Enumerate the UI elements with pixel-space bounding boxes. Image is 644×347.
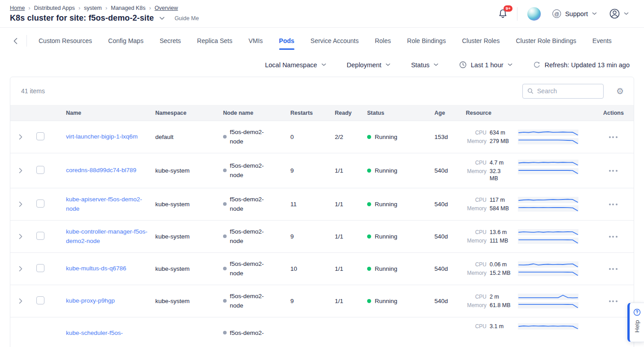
expand-row-button[interactable] bbox=[18, 232, 24, 241]
memory-label: Memory bbox=[466, 138, 486, 145]
expand-row-button[interactable] bbox=[18, 200, 24, 208]
resource-sparkline bbox=[518, 130, 578, 136]
header-right: 9+ @ Support bbox=[498, 7, 629, 21]
tabs-scroll-left-button[interactable] bbox=[11, 36, 20, 46]
status-text: Running bbox=[375, 134, 397, 140]
tab-cluster-role-bindings[interactable]: Cluster Role Bindings bbox=[516, 34, 576, 48]
resource-sparkline bbox=[518, 160, 578, 166]
namespace-filter-dropdown[interactable]: Local Namespace bbox=[265, 61, 326, 69]
pod-name-link[interactable]: virt-launcher-bigip-1-lxq6m bbox=[66, 133, 138, 140]
row-actions-button[interactable] bbox=[607, 167, 619, 174]
support-menu[interactable]: @ Support bbox=[552, 9, 597, 18]
memory-value: 32.3 MB bbox=[490, 168, 515, 182]
name-cell: coredns-88d99dc74-bl789 bbox=[66, 166, 155, 175]
pod-name-link[interactable]: kube-scheduler-f5os- bbox=[66, 330, 123, 336]
ready-cell: 1/1 bbox=[335, 298, 367, 304]
age-cell: 540d bbox=[434, 167, 466, 174]
memory-value: 584 MB bbox=[490, 205, 515, 212]
restarts-cell: 9 bbox=[290, 298, 335, 304]
refresh-button[interactable]: Refresh: Updated 13 min ago bbox=[533, 61, 630, 69]
table-row: virt-launcher-bigip-1-lxq6m default f5os… bbox=[10, 121, 634, 153]
row-actions-button[interactable] bbox=[607, 134, 619, 141]
resource-cell: CPU0.06 m Memory15.2 MB bbox=[466, 261, 598, 277]
row-checkbox[interactable] bbox=[36, 232, 44, 240]
breadcrumb-item-distributed-apps: Distributed Apps bbox=[34, 5, 75, 11]
tab-bar: Custom ResourcesConfig MapsSecretsReplic… bbox=[0, 28, 644, 54]
tab-role-bindings[interactable]: Role Bindings bbox=[407, 34, 446, 48]
memory-resource-line: Memory15.2 MB bbox=[466, 269, 592, 277]
time-range-dropdown[interactable]: Last 1 hour bbox=[459, 61, 513, 69]
table-body: virt-launcher-bigip-1-lxq6m default f5os… bbox=[10, 121, 634, 347]
pod-name-link[interactable]: kube-controller-manager-f5os-demo2-node bbox=[66, 228, 148, 244]
status-cell: Running bbox=[367, 201, 434, 208]
guide-me-link[interactable]: Guide Me bbox=[175, 15, 199, 22]
row-checkbox[interactable] bbox=[36, 296, 44, 304]
memory-value: 279 MB bbox=[490, 138, 515, 145]
row-checkbox[interactable] bbox=[36, 200, 44, 208]
resource-cell: CPU3.1 m bbox=[466, 323, 598, 330]
resource-cell: CPU2 m Memory61.8 MB bbox=[466, 293, 598, 309]
help-tab[interactable]: Help bbox=[627, 303, 644, 342]
ready-cell: 1/1 bbox=[335, 167, 367, 174]
pod-name-link[interactable]: kube-proxy-p9hgp bbox=[66, 297, 115, 304]
breadcrumb-item-overview[interactable]: Overview bbox=[154, 5, 178, 11]
chevron-right-icon bbox=[19, 201, 22, 207]
status-text: Running bbox=[375, 265, 397, 272]
node-dot-icon bbox=[223, 331, 227, 334]
age-cell: 153d bbox=[434, 134, 466, 140]
name-cell: kube-multus-ds-q6786 bbox=[66, 264, 155, 273]
row-checkbox[interactable] bbox=[36, 264, 44, 272]
tab-custom-resources[interactable]: Custom Resources bbox=[39, 34, 92, 48]
status-text: Running bbox=[375, 167, 397, 174]
tab-service-accounts[interactable]: Service Accounts bbox=[311, 34, 359, 48]
cpu-label: CPU bbox=[466, 196, 486, 204]
node-name-text: f5os-demo2-node bbox=[230, 227, 271, 246]
cpu-value: 634 m bbox=[490, 129, 515, 136]
account-menu[interactable] bbox=[609, 8, 629, 20]
tab-replica-sets[interactable]: Replica Sets bbox=[197, 34, 232, 48]
row-actions-button[interactable] bbox=[607, 298, 619, 305]
row-actions-button[interactable] bbox=[607, 201, 619, 208]
pod-name-link[interactable]: coredns-88d99dc74-bl789 bbox=[66, 167, 136, 174]
search-input[interactable] bbox=[537, 87, 599, 95]
memory-resource-line: Memory111 MB bbox=[466, 237, 592, 244]
breadcrumb-item-home[interactable]: Home bbox=[10, 5, 25, 11]
node-dot-icon bbox=[223, 135, 227, 139]
expand-row-button[interactable] bbox=[18, 265, 24, 273]
tab-config-maps[interactable]: Config Maps bbox=[108, 34, 144, 48]
pod-name-link[interactable]: kube-multus-ds-q6786 bbox=[66, 265, 126, 272]
support-label: Support bbox=[565, 10, 588, 17]
row-actions-button[interactable] bbox=[607, 233, 619, 240]
expand-row-button[interactable] bbox=[18, 133, 24, 141]
row-checkbox[interactable] bbox=[36, 132, 44, 140]
table-toolbar: 41 items ⚙ bbox=[10, 77, 634, 105]
breadcrumb-separator-icon: › bbox=[28, 4, 30, 11]
chevron-left-icon bbox=[13, 38, 18, 44]
assistant-sphere-icon[interactable] bbox=[527, 7, 541, 21]
pod-name-link[interactable]: kube-apiserver-f5os-demo2-node bbox=[66, 196, 142, 212]
title-chevron-down-icon[interactable] bbox=[159, 17, 165, 20]
tab-events[interactable]: Events bbox=[592, 34, 612, 48]
status-filter-dropdown[interactable]: Status bbox=[411, 61, 438, 69]
table-header-row: NameNamespaceNode nameRestartsReadyStatu… bbox=[10, 105, 634, 121]
namespace-cell: kube-system bbox=[155, 265, 223, 272]
expand-row-button[interactable] bbox=[18, 297, 24, 305]
expand-row-button[interactable] bbox=[18, 166, 24, 175]
notifications-button[interactable]: 9+ bbox=[498, 9, 508, 19]
node-dot-icon bbox=[223, 234, 227, 238]
tab-vmis[interactable]: VMIs bbox=[249, 34, 263, 48]
column-header-status: Status bbox=[367, 110, 434, 116]
row-checkbox[interactable] bbox=[36, 166, 44, 174]
tab-roles[interactable]: Roles bbox=[375, 34, 391, 48]
deployment-filter-dropdown[interactable]: Deployment bbox=[347, 61, 390, 69]
tab-cluster-roles[interactable]: Cluster Roles bbox=[462, 34, 499, 48]
resource-cell: CPU13.6 m Memory111 MB bbox=[466, 229, 598, 244]
table-settings-gear-icon[interactable]: ⚙ bbox=[616, 87, 624, 95]
tab-pods[interactable]: Pods bbox=[279, 34, 294, 48]
cpu-resource-line: CPU13.6 m bbox=[466, 229, 592, 236]
status-running-icon bbox=[367, 202, 371, 206]
tab-secrets[interactable]: Secrets bbox=[160, 34, 181, 48]
cpu-resource-line: CPU634 m bbox=[466, 129, 592, 136]
memory-value: 15.2 MB bbox=[490, 269, 515, 277]
row-actions-button[interactable] bbox=[607, 265, 619, 273]
